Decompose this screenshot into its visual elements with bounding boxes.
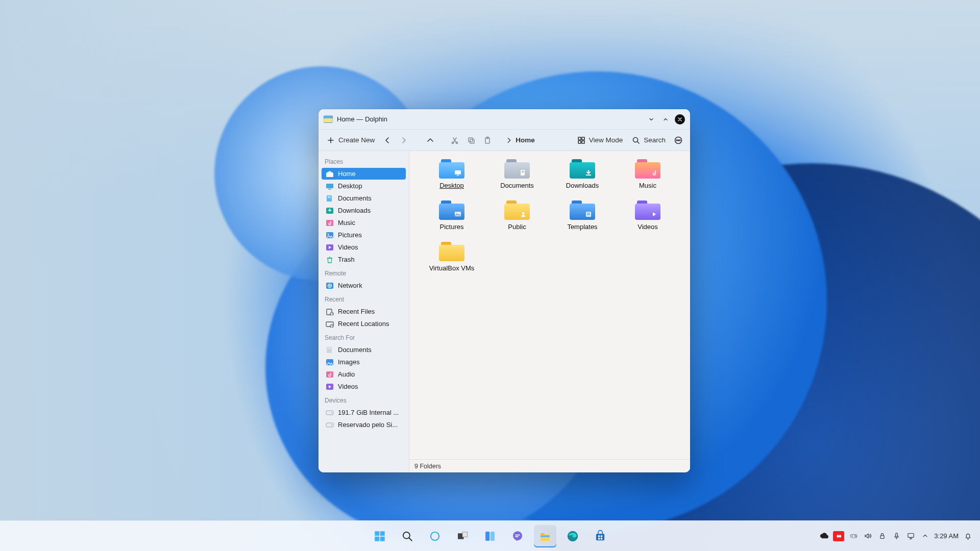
folder-icon [504,158,530,179]
file-grid[interactable]: DesktopDocumentsDownloadsMusicPicturesPu… [409,151,690,459]
recent-locations-icon [325,320,334,328]
sidebar-item-reservado-pelo-si-[interactable]: Reservado pelo Si... [322,419,406,431]
clipboard-icon [483,136,492,144]
widgets-button[interactable] [479,525,501,547]
sidebar-item-audio[interactable]: Audio [322,368,406,380]
svg-rect-15 [326,173,333,177]
dolphin-window: Home — Dolphin Create New Home View Mode [318,109,690,472]
tray-volume-icon[interactable] [863,531,873,541]
svg-rect-78 [896,533,898,537]
sidebar-item-downloads[interactable]: Downloads [322,205,406,216]
folder-videos[interactable]: Videos [618,199,678,231]
titlebar[interactable]: Home — Dolphin [318,109,690,130]
tray-anydesk-icon[interactable] [833,531,844,541]
svg-rect-65 [515,536,519,537]
taskbar-search-button[interactable] [396,525,419,547]
folder-public[interactable]: Public [487,199,547,231]
folder-virtualbox-vms[interactable]: VirtualBox VMs [422,241,482,272]
svg-point-38 [331,412,332,413]
svg-rect-17 [328,189,331,190]
svg-rect-52 [587,214,590,215]
svg-rect-72 [598,538,600,539]
svg-rect-2 [469,138,473,142]
sidebar-item-desktop[interactable]: Desktop [322,180,406,192]
folder-documents[interactable]: Documents [487,158,547,189]
search-button[interactable]: Search [629,134,669,146]
nav-up-button[interactable] [424,134,437,147]
create-new-label: Create New [338,136,375,144]
folder-desktop[interactable]: Desktop [422,158,482,189]
sidebar-item-recent-files[interactable]: Recent Files [322,306,406,317]
svg-point-24 [327,233,329,235]
taskbar-center [369,525,611,547]
create-new-button[interactable]: Create New [324,134,378,146]
sidebar-item-trash[interactable]: Trash [322,254,406,265]
svg-rect-51 [587,213,590,214]
chevron-right-icon [400,136,408,144]
tray-cloud-icon[interactable] [819,531,829,541]
home-icon [325,170,334,178]
file-explorer-button[interactable] [534,525,556,547]
chevron-up-icon [426,136,434,144]
sidebar-item-images[interactable]: Images [322,356,406,368]
folder-music[interactable]: Music [618,158,678,189]
tray-notification-icon[interactable] [963,531,973,541]
tray-lock-icon[interactable] [877,531,887,541]
nav-forward-button[interactable] [397,134,410,147]
folder-icon [439,241,464,261]
copy-button[interactable] [464,134,478,147]
sidebar-item-videos[interactable]: Videos [322,381,406,392]
store-button[interactable] [589,525,611,547]
svg-rect-60 [462,532,468,537]
sidebar-item-label: Videos [338,383,358,390]
folder-downloads[interactable]: Downloads [552,158,612,189]
svg-rect-62 [491,532,495,541]
task-view-button[interactable] [451,525,474,547]
sidebar-item-home[interactable]: Home [322,168,406,180]
sidebar-item-documents[interactable]: Documents [322,192,406,204]
statusbar: 9 Folders [409,459,690,472]
cut-button[interactable] [448,134,461,147]
start-button[interactable] [369,525,391,547]
sidebar-item-music[interactable]: Music [322,217,406,229]
view-mode-button[interactable]: View Mode [574,134,626,146]
edge-button[interactable] [561,525,584,547]
overflow-menu-button[interactable] [672,134,685,147]
svg-rect-44 [522,171,524,171]
sidebar-item-label: Images [338,358,360,366]
cortana-button[interactable] [424,525,446,547]
chat-button[interactable] [506,525,529,547]
breadcrumb[interactable]: Home [505,136,535,144]
widgets-icon [483,530,497,543]
collapse-button[interactable] [646,114,656,124]
expand-button[interactable] [660,114,671,124]
nav-back-button[interactable] [381,134,394,147]
svg-rect-19 [328,196,331,197]
svg-rect-7 [582,137,584,140]
folder-icon [635,199,660,220]
sidebar[interactable]: PlacesHomeDesktopDocumentsDownloadsMusic… [318,151,409,472]
sidebar-item-recent-locations[interactable]: Recent Locations [322,318,406,330]
sidebar-item-videos[interactable]: Videos [322,241,406,253]
sidebar-item-pictures[interactable]: Pictures [322,229,406,241]
sidebar-item-191-7-gib-internal-[interactable]: 191.7 GiB Internal ... [322,407,406,418]
file-label: Templates [567,223,597,231]
template-badge-icon [584,210,593,219]
file-label: Music [639,182,656,189]
sidebar-item-documents[interactable]: Documents [322,344,406,356]
paste-button[interactable] [481,134,494,147]
svg-point-1 [456,142,458,143]
copy-icon [467,136,475,144]
folder-pictures[interactable]: Pictures [422,199,482,231]
tray-clock[interactable]: 3:29 AM [934,532,959,540]
svg-point-76 [855,536,856,537]
tray-gamepad-icon[interactable] [848,531,859,541]
tray-microphone-icon[interactable] [891,531,901,541]
folder-templates[interactable]: Templates [552,199,612,231]
sidebar-item-network[interactable]: Network [322,280,406,291]
tray-chevron-up-icon[interactable] [920,531,930,541]
svg-rect-71 [601,535,602,537]
close-button[interactable] [675,114,685,124]
sidebar-item-label: Documents [338,194,372,202]
tray-display-icon[interactable] [905,531,916,541]
